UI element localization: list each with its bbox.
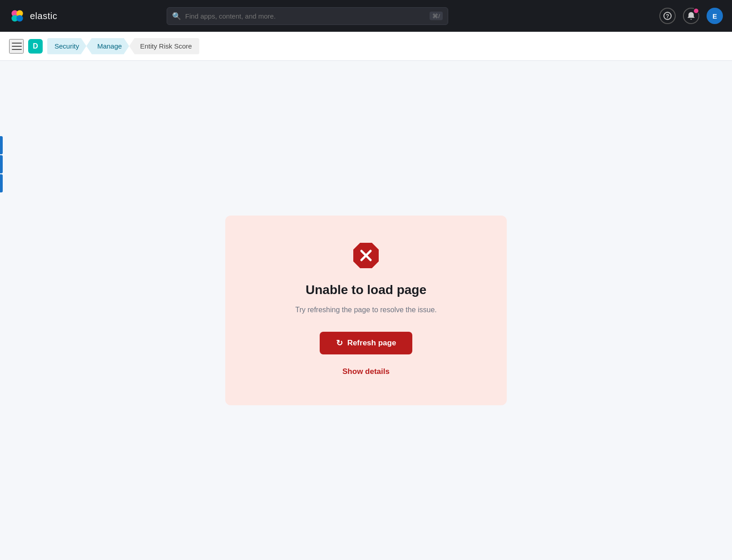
left-tab-3 xyxy=(0,174,3,192)
left-tab-2 xyxy=(0,155,3,173)
user-avatar[interactable]: E xyxy=(707,8,723,24)
left-tab-1 xyxy=(0,136,3,154)
breadcrumb-entity-risk-score[interactable]: Entity Risk Score xyxy=(129,38,199,54)
workspace-badge[interactable]: D xyxy=(28,39,43,54)
search-icon: 🔍 xyxy=(172,12,181,20)
error-icon-wrap xyxy=(351,241,381,270)
breadcrumb: Security Manage Entity Risk Score xyxy=(47,38,199,54)
refresh-button-label: Refresh page xyxy=(347,339,396,348)
refresh-icon: ↻ xyxy=(336,338,343,348)
help-button[interactable]: ? xyxy=(659,8,676,24)
notifications-button[interactable] xyxy=(683,8,699,24)
app-name: elastic xyxy=(30,11,57,21)
show-details-button[interactable]: Show details xyxy=(335,364,397,380)
error-card: Unable to load page Try refreshing the p… xyxy=(225,216,507,405)
main-content: Unable to load page Try refreshing the p… xyxy=(0,61,732,560)
nav-right: ? E xyxy=(659,8,723,24)
menu-toggle-button[interactable] xyxy=(9,39,24,54)
top-navigation: elastic 🔍 ⌘/ ? E xyxy=(0,0,732,32)
hamburger-line-1 xyxy=(12,43,22,44)
refresh-page-button[interactable]: ↻ Refresh page xyxy=(320,332,413,354)
breadcrumb-bar: D Security Manage Entity Risk Score xyxy=(0,32,732,61)
help-icon: ? xyxy=(663,11,672,20)
error-octagon-icon xyxy=(351,241,381,270)
svg-point-3 xyxy=(16,15,23,21)
hamburger-line-3 xyxy=(12,49,22,50)
breadcrumb-security[interactable]: Security xyxy=(47,38,86,54)
svg-text:?: ? xyxy=(666,13,669,20)
search-bar[interactable]: 🔍 ⌘/ xyxy=(167,7,448,25)
search-input[interactable] xyxy=(167,7,448,25)
error-subtitle: Try refreshing the page to resolve the i… xyxy=(295,305,437,315)
elastic-logo-icon xyxy=(9,8,25,24)
logo-area[interactable]: elastic xyxy=(9,8,57,24)
error-title: Unable to load page xyxy=(306,283,426,297)
hamburger-line-2 xyxy=(12,46,22,47)
left-tabs xyxy=(0,136,3,192)
bell-icon xyxy=(687,11,696,20)
breadcrumb-manage[interactable]: Manage xyxy=(86,38,129,54)
search-shortcut: ⌘/ xyxy=(430,12,443,20)
